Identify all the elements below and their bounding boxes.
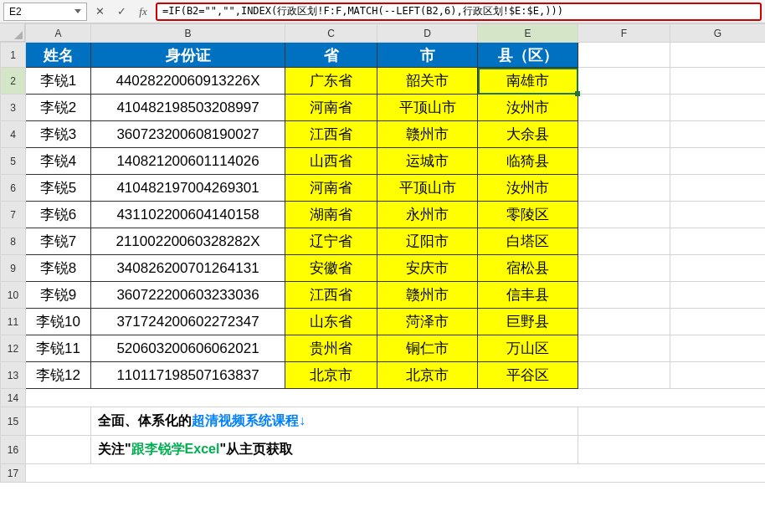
- row-header[interactable]: 11: [1, 309, 26, 335]
- cell-blank[interactable]: [26, 407, 91, 436]
- cell-blank[interactable]: [670, 362, 766, 389]
- cell-city[interactable]: 永州市: [377, 202, 478, 228]
- cell-city[interactable]: 运城市: [377, 148, 478, 175]
- col-header-f[interactable]: F: [578, 24, 670, 43]
- cell-blank[interactable]: [670, 309, 766, 335]
- cell-blank[interactable]: [26, 389, 766, 407]
- col-header-d[interactable]: D: [377, 24, 478, 43]
- cell-county[interactable]: 南雄市: [478, 68, 578, 95]
- row-header[interactable]: 5: [1, 148, 26, 175]
- name-box[interactable]: E2: [3, 3, 87, 21]
- row-header[interactable]: 7: [1, 202, 26, 228]
- cell-blank[interactable]: [670, 202, 766, 228]
- cell-name[interactable]: 李锐9: [26, 282, 91, 309]
- select-all-corner[interactable]: [0, 23, 25, 42]
- cell-city[interactable]: 平顶山市: [377, 95, 478, 121]
- cell-id[interactable]: 140821200601114026: [91, 148, 285, 175]
- row-header[interactable]: 14: [1, 389, 26, 407]
- cell-blank[interactable]: [578, 175, 670, 202]
- cell-id[interactable]: 431102200604140158: [91, 202, 285, 228]
- row-header[interactable]: 16: [1, 436, 26, 464]
- cell-blank[interactable]: [670, 175, 766, 202]
- header-county[interactable]: 县（区）: [478, 43, 578, 68]
- row-header[interactable]: 10: [1, 282, 26, 309]
- cell-id[interactable]: 371724200602272347: [91, 309, 285, 335]
- cell-id[interactable]: 520603200606062021: [91, 335, 285, 362]
- cell-province[interactable]: 贵州省: [285, 335, 377, 362]
- promo-line-1[interactable]: 全面、体系化的超清视频系统课程↓: [91, 407, 578, 436]
- cell-name[interactable]: 李锐11: [26, 335, 91, 362]
- cell-blank[interactable]: [578, 121, 670, 148]
- cell-city[interactable]: 辽阳市: [377, 228, 478, 255]
- cell-blank[interactable]: [578, 436, 766, 464]
- cell-province[interactable]: 江西省: [285, 121, 377, 148]
- row-header[interactable]: 2: [1, 68, 26, 95]
- cell-blank[interactable]: [670, 68, 766, 95]
- cell-blank[interactable]: [578, 407, 766, 436]
- cell-city[interactable]: 北京市: [377, 362, 478, 389]
- row-header[interactable]: 8: [1, 228, 26, 255]
- cell-id[interactable]: 410482197004269301: [91, 175, 285, 202]
- col-header-b[interactable]: B: [91, 24, 285, 43]
- cell-county[interactable]: 大余县: [478, 121, 578, 148]
- name-box-dropdown-icon[interactable]: [74, 9, 81, 13]
- cell-blank[interactable]: [578, 43, 670, 68]
- cell-province[interactable]: 广东省: [285, 68, 377, 95]
- cell-blank[interactable]: [578, 335, 670, 362]
- cell-county[interactable]: 平谷区: [478, 362, 578, 389]
- row-header[interactable]: 12: [1, 335, 26, 362]
- header-city[interactable]: 市: [377, 43, 478, 68]
- cell-county[interactable]: 汝州市: [478, 95, 578, 121]
- col-header-g[interactable]: G: [670, 24, 766, 43]
- cell-city[interactable]: 菏泽市: [377, 309, 478, 335]
- cell-county[interactable]: 信丰县: [478, 282, 578, 309]
- cell-name[interactable]: 李锐6: [26, 202, 91, 228]
- accept-formula-button[interactable]: ✓: [112, 3, 131, 21]
- cell-county[interactable]: 宿松县: [478, 255, 578, 282]
- cell-county[interactable]: 汝州市: [478, 175, 578, 202]
- cell-blank[interactable]: [670, 282, 766, 309]
- cell-name[interactable]: 李锐8: [26, 255, 91, 282]
- cell-name[interactable]: 李锐4: [26, 148, 91, 175]
- cell-blank[interactable]: [578, 228, 670, 255]
- cell-name[interactable]: 李锐1: [26, 68, 91, 95]
- cell-name[interactable]: 李锐7: [26, 228, 91, 255]
- cell-name[interactable]: 李锐5: [26, 175, 91, 202]
- cell-county[interactable]: 临猗县: [478, 148, 578, 175]
- cell-blank[interactable]: [26, 464, 766, 483]
- row-header[interactable]: 15: [1, 407, 26, 436]
- cell-id[interactable]: 410482198503208997: [91, 95, 285, 121]
- row-header[interactable]: 17: [1, 464, 26, 483]
- cell-county[interactable]: 巨野县: [478, 309, 578, 335]
- row-header[interactable]: 3: [1, 95, 26, 121]
- row-header[interactable]: 6: [1, 175, 26, 202]
- row-header[interactable]: 9: [1, 255, 26, 282]
- cell-name[interactable]: 李锐10: [26, 309, 91, 335]
- cell-province[interactable]: 北京市: [285, 362, 377, 389]
- header-id[interactable]: 身份证: [91, 43, 285, 68]
- row-header[interactable]: 4: [1, 121, 26, 148]
- cell-province[interactable]: 河南省: [285, 175, 377, 202]
- cell-blank[interactable]: [670, 121, 766, 148]
- insert-function-button[interactable]: fx: [134, 3, 152, 21]
- cell-province[interactable]: 湖南省: [285, 202, 377, 228]
- cell-province[interactable]: 安徽省: [285, 255, 377, 282]
- cell-city[interactable]: 赣州市: [377, 282, 478, 309]
- col-header-a[interactable]: A: [26, 24, 91, 43]
- cell-id[interactable]: 44028220060913226X: [91, 68, 285, 95]
- cell-blank[interactable]: [670, 43, 766, 68]
- cell-province[interactable]: 山东省: [285, 309, 377, 335]
- row-header[interactable]: 13: [1, 362, 26, 389]
- cell-blank[interactable]: [670, 95, 766, 121]
- cell-name[interactable]: 李锐12: [26, 362, 91, 389]
- cell-blank[interactable]: [578, 282, 670, 309]
- cell-blank[interactable]: [670, 255, 766, 282]
- cell-blank[interactable]: [578, 148, 670, 175]
- cell-province[interactable]: 山西省: [285, 148, 377, 175]
- cell-blank[interactable]: [578, 255, 670, 282]
- cell-city[interactable]: 赣州市: [377, 121, 478, 148]
- row-header[interactable]: 1: [1, 43, 26, 68]
- col-header-c[interactable]: C: [285, 24, 377, 43]
- cell-blank[interactable]: [578, 68, 670, 95]
- cell-city[interactable]: 平顶山市: [377, 175, 478, 202]
